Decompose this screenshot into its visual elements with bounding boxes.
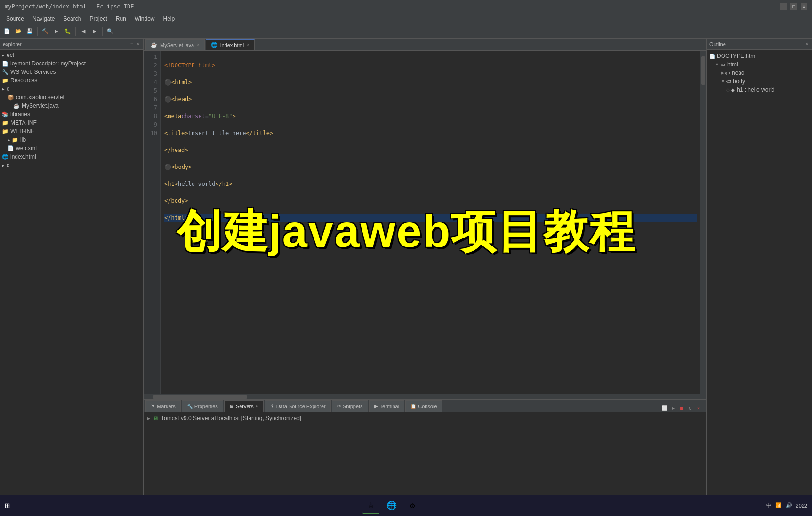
explorer-close-icon[interactable]: × (136, 41, 140, 47)
html-icon: 🌐 (2, 154, 8, 160)
explorer-item-resources[interactable]: 📁 Resources (0, 76, 143, 85)
explorer-item-libraries[interactable]: 📚 libraries (0, 110, 143, 119)
explorer-item-metainf[interactable]: 📁 META-INF (0, 119, 143, 127)
right-panel: Outline × 📄 DOCTYPE:html ▼ 🏷 html ▶ 🏷 he… (706, 39, 812, 503)
explorer-item-webxml[interactable]: 📄 web.xml (0, 144, 143, 152)
outline-item-h1[interactable]: ◇ ◆ h1 : hello world (707, 86, 812, 94)
tab-myservlet-close[interactable]: × (197, 42, 200, 48)
explorer-content: ▸ ect 📄 loyment Descriptor: myProject 🔧 … (0, 50, 143, 503)
tab-indexhtml-close[interactable]: × (247, 42, 249, 48)
toolbar-save[interactable]: 💾 (24, 26, 35, 37)
console-icon: 📋 (410, 404, 416, 409)
explorer-item-lib[interactable]: ▸ 📁 lib (0, 135, 143, 144)
tab-terminal[interactable]: ▶ Terminal (369, 400, 405, 412)
menu-navigate[interactable]: Navigate (29, 15, 58, 23)
server-label: Tomcat v9.0 Server at localhost [Startin… (161, 415, 301, 421)
outline-close-icon[interactable]: × (804, 41, 809, 47)
code-line-2: ⚫ <html> (164, 78, 697, 87)
explorer-item-indexhtml[interactable]: 🌐 index.html (0, 152, 143, 161)
explorer-item-webinf[interactable]: 📁 WEB-INF (0, 127, 143, 135)
snippets-icon: ✂ (337, 404, 341, 409)
start-button[interactable]: ⊞ (5, 500, 10, 510)
taskbar-app-settings[interactable]: ⚙ (404, 497, 421, 514)
explorer-collapse-icon[interactable]: ≡ (129, 41, 134, 47)
tab-servers[interactable]: 🖥 Servers × (224, 400, 264, 412)
maximize-button[interactable]: □ (790, 3, 797, 10)
code-line-6: </head> (164, 146, 697, 154)
menu-source[interactable]: Source (2, 15, 28, 23)
line-numbers: 1 2 3 4 5 6 7 8 9 10 (144, 51, 161, 394)
explorer-item-src[interactable]: ▸ c (0, 85, 143, 93)
tab-indexhtml[interactable]: 🌐 index.html × (206, 39, 255, 50)
bottom-content: ▸ 🖥 Tomcat v9.0 Server at localhost [Sta… (144, 412, 706, 503)
extra-icon: ▸ (2, 162, 5, 168)
horizontal-scrollbar[interactable] (144, 394, 706, 399)
bt-close-icon[interactable]: ✕ (695, 404, 702, 412)
tab-servers-close[interactable]: × (256, 404, 258, 409)
menu-window[interactable]: Window (131, 15, 159, 23)
explorer-item-extra[interactable]: ▸ c (0, 161, 143, 169)
menu-run[interactable]: Run (112, 15, 130, 23)
editor-tabs: ☕ MyServlet.java × 🌐 index.html × (144, 39, 706, 51)
minimize-button[interactable]: – (780, 3, 787, 10)
properties-icon: 🔧 (187, 404, 193, 409)
bt-minimize-icon[interactable]: ⬜ (661, 404, 668, 412)
taskbar-app-chrome[interactable]: 🌐 (383, 497, 400, 514)
code-line-3: ⚫ <head> (164, 95, 697, 103)
explorer-item-package[interactable]: 📦 com.xiaoluo.servlet (0, 93, 143, 102)
taskbar-apps: ☕ 🌐 ⚙ (17, 497, 766, 514)
tab-datasource[interactable]: 🗄 Data Source Explorer (265, 400, 331, 412)
taskbar-app-eclipse[interactable]: ☕ (362, 497, 379, 514)
server-item[interactable]: ▸ 🖥 Tomcat v9.0 Server at localhost [Sta… (147, 414, 702, 422)
toolbar-debug[interactable]: 🐛 (63, 26, 73, 37)
toolbar: 📄 📂 💾 🔨 ▶ 🐛 ◀ ▶ 🔍 (0, 24, 812, 39)
window-controls: – □ ✕ (780, 3, 807, 10)
datasource-icon: 🗄 (270, 404, 274, 409)
bt-refresh-icon[interactable]: ↻ (686, 404, 694, 412)
tomcat-icon: 🖥 (153, 415, 158, 421)
code-editor[interactable]: 1 2 3 4 5 6 7 8 9 10 <!DOCTYPE html> ⚫ <… (144, 51, 706, 394)
toolbar-run[interactable]: ▶ (51, 26, 62, 37)
scrollbar-thumb (701, 56, 705, 85)
explorer-item-ect[interactable]: ▸ ect (0, 51, 143, 59)
explorer-item-myservlet[interactable]: ☕ MyServlet.java (0, 102, 143, 110)
editor-scrollbar[interactable] (700, 51, 706, 394)
explorer-item-deployment[interactable]: 📄 loyment Descriptor: myProject (0, 59, 143, 68)
tab-myservlet[interactable]: ☕ MyServlet.java × (145, 39, 205, 50)
tab-markers[interactable]: ⚑ Markers (145, 400, 181, 412)
outline-h1-label: h1 : hello world (737, 87, 775, 93)
menu-bar: Source Navigate Search Project Run Windo… (0, 13, 812, 24)
html-tag-icon: 🏷 (721, 62, 725, 67)
toolbar-forward[interactable]: ▶ (89, 26, 100, 37)
h-scrollbar-thumb (153, 395, 247, 399)
explorer-title: explorer (3, 41, 129, 47)
taskbar-time: 2022 (796, 503, 807, 508)
explorer-header: explorer ≡ × (0, 39, 143, 50)
outline-item-head[interactable]: ▶ 🏷 head (707, 69, 812, 77)
toolbar-build[interactable]: 🔨 (40, 26, 50, 37)
outline-item-body[interactable]: ▼ 🏷 body (707, 77, 812, 86)
bt-maximize-icon[interactable]: ▶ (669, 404, 677, 412)
toolbar-search[interactable]: 🔍 (105, 26, 115, 37)
menu-project[interactable]: Project (86, 15, 111, 23)
tab-snippets[interactable]: ✂ Snippets (332, 400, 368, 412)
explorer-item-ws[interactable]: 🔧 WS Web Services (0, 68, 143, 76)
bt-stop-icon[interactable]: ■ (678, 404, 685, 412)
outline-body-label: body (733, 78, 745, 85)
tab-console[interactable]: 📋 Console (405, 400, 442, 412)
code-line-9: </body> (164, 197, 697, 205)
code-content[interactable]: <!DOCTYPE html> ⚫ <html> ⚫ <head> <meta … (161, 51, 700, 394)
toolbar-back[interactable]: ◀ (78, 26, 88, 37)
menu-search[interactable]: Search (59, 15, 85, 23)
tab-snippets-label: Snippets (343, 404, 363, 409)
tab-properties[interactable]: 🔧 Properties (182, 400, 223, 412)
menu-help[interactable]: Help (160, 15, 179, 23)
outline-item-html[interactable]: ▼ 🏷 html (707, 60, 812, 69)
outline-item-doctype[interactable]: 📄 DOCTYPE:html (707, 52, 812, 60)
taskbar-sys: 中 📶 🔊 2022 (766, 502, 807, 509)
tab-datasource-label: Data Source Explorer (276, 404, 326, 409)
toolbar-new[interactable]: 📄 (2, 26, 12, 37)
toolbar-open[interactable]: 📂 (13, 26, 24, 37)
close-button[interactable]: ✕ (801, 3, 807, 10)
meta-icon: 📁 (2, 120, 8, 126)
